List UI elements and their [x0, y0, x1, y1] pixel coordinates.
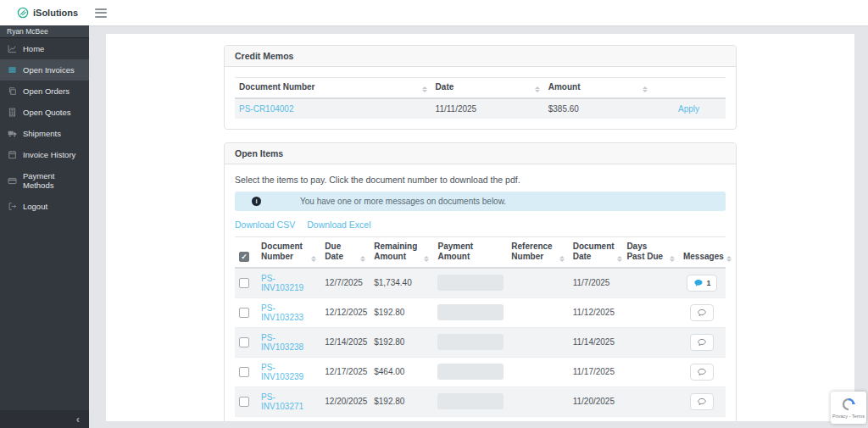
days-past-due	[622, 357, 679, 386]
column-header-document-number[interactable]: Document Number	[235, 78, 431, 98]
sidebar-item-invoice-history[interactable]: Invoice History	[0, 144, 89, 165]
sort-icon[interactable]	[559, 256, 565, 263]
remaining-amount: $1,734.40	[370, 268, 433, 298]
sidebar-user-name: Ryan McBee	[0, 25, 89, 38]
payment-amount-input[interactable]	[437, 275, 504, 291]
reference-number	[507, 357, 568, 386]
due-date: 12/12/2025	[320, 297, 370, 327]
payment-amount-input[interactable]	[437, 334, 504, 350]
document-date: 11/25/2025	[569, 416, 623, 421]
sort-icon[interactable]	[311, 256, 316, 263]
sidebar-item-logout[interactable]: Logout	[0, 196, 89, 217]
recaptcha-privacy-terms: Privacy - Terms	[832, 414, 865, 419]
row-checkbox[interactable]: ✓	[239, 278, 249, 288]
column-header-reference-number[interactable]: Reference Number	[507, 236, 568, 268]
payment-amount-input[interactable]	[437, 364, 504, 380]
column-header-messages[interactable]: Messages	[679, 236, 726, 268]
column-label: Reference Number	[511, 242, 556, 263]
messages-button[interactable]	[690, 334, 714, 351]
credit-memos-body: Document NumberDateAmount PS-CR104002 11…	[225, 67, 736, 129]
remaining-amount: $464.00	[370, 357, 433, 386]
row-checkbox[interactable]: ✓	[239, 367, 249, 377]
sidebar: Ryan McBee Home Open Invoices Open Order…	[0, 25, 89, 428]
sort-icon[interactable]	[424, 256, 429, 263]
row-checkbox[interactable]: ✓	[239, 308, 249, 318]
sort-icon[interactable]	[726, 256, 732, 263]
column-header-date[interactable]: Date	[431, 78, 544, 98]
sidebar-item-shipments[interactable]: Shipments	[0, 123, 89, 144]
sign-out-icon	[8, 202, 17, 211]
message-bubble-icon	[697, 308, 707, 318]
payment-amount-input[interactable]	[437, 304, 504, 320]
open-items-table: ✓Document NumberDue DateRemaining Amount…	[235, 236, 726, 422]
invoice-document-link[interactable]: PS-INV103239	[261, 363, 303, 381]
recaptcha-badge[interactable]: Privacy - Terms	[831, 392, 866, 424]
column-header-due-date[interactable]: Due Date	[320, 236, 370, 268]
sort-icon[interactable]	[360, 256, 365, 263]
collapse-sidebar-icon[interactable]: ‹	[76, 414, 80, 425]
sidebar-item-open-quotes[interactable]: Open Quotes	[0, 102, 89, 123]
brand-name: iSolutions	[33, 8, 78, 18]
sort-icon[interactable]	[617, 256, 622, 263]
truck-icon	[8, 129, 17, 138]
sidebar-item-label: Shipments	[23, 129, 61, 138]
sort-icon[interactable]	[670, 256, 675, 263]
column-header-days-past-due[interactable]: Days Past Due	[622, 236, 679, 268]
column-header-payment-amount: Payment Amount	[433, 236, 507, 268]
sort-icon[interactable]	[535, 86, 540, 93]
column-label: Document Number	[261, 242, 309, 263]
column-header-amount[interactable]: Amount	[544, 78, 652, 98]
credit-memos-table: Document NumberDateAmount PS-CR104002 11…	[235, 77, 726, 119]
sidebar-item-open-orders[interactable]: Open Orders	[0, 81, 89, 102]
open-item-row: ✓ PS-INV103239 12/17/2025 $464.00 11/17/…	[235, 357, 726, 386]
messages-button[interactable]	[690, 304, 714, 321]
download-csv-link[interactable]: Download CSV	[235, 220, 295, 230]
main-content: Credit Memos Document NumberDateAmount P…	[89, 25, 868, 428]
menu-toggle-icon[interactable]	[92, 5, 110, 21]
sort-icon[interactable]	[643, 86, 648, 93]
column-header-document-date[interactable]: Document Date	[569, 236, 623, 268]
invoice-document-link[interactable]: PS-INV103233	[261, 303, 303, 322]
column-header-remaining-amount[interactable]: Remaining Amount	[370, 236, 433, 268]
document-date: 11/14/2025	[569, 327, 623, 357]
column-header-document-number[interactable]: Document Number	[257, 236, 320, 268]
column-label: Days Past Due	[626, 242, 667, 263]
credit-memo-row: PS-CR104002 11/11/2025 $385.60 Apply	[235, 98, 726, 119]
sidebar-item-open-invoices[interactable]: Open Invoices	[0, 59, 89, 81]
sidebar-footer: ‹	[0, 410, 89, 428]
column-label: Payment Amount	[437, 242, 503, 263]
sidebar-item-label: Payment Methods	[23, 171, 81, 190]
payment-amount-input[interactable]	[437, 393, 504, 409]
invoice-document-link[interactable]: PS-INV103271	[261, 392, 303, 411]
credit-memo-document-link[interactable]: PS-CR104002	[239, 104, 293, 114]
copy-icon	[8, 86, 17, 96]
row-checkbox[interactable]: ✓	[239, 397, 249, 407]
message-bubble-icon	[697, 367, 707, 377]
sidebar-item-label: Open Quotes	[23, 108, 71, 117]
messages-button[interactable]	[690, 393, 714, 410]
row-checkbox[interactable]: ✓	[239, 337, 249, 347]
invoice-document-link[interactable]: PS-INV103219	[261, 274, 303, 292]
apply-link[interactable]: Apply	[678, 104, 699, 114]
column-label: Amount	[548, 82, 581, 93]
open-items-card: Open Items Select the items to pay. Clic…	[224, 142, 737, 422]
column-label: Document Date	[573, 242, 615, 263]
credit-memos-title: Credit Memos	[225, 46, 736, 67]
sort-icon[interactable]	[422, 86, 427, 93]
select-all-checkbox[interactable]: ✓	[239, 252, 249, 262]
days-past-due	[622, 416, 679, 421]
sidebar-item-label: Open Orders	[23, 86, 70, 96]
messages-button[interactable]: 1	[687, 275, 717, 292]
credit-memo-date: 11/11/2025	[431, 98, 544, 119]
sidebar-item-home[interactable]: Home	[0, 38, 89, 59]
sidebar-item-payment-methods[interactable]: Payment Methods	[0, 165, 89, 196]
invoice-document-link[interactable]: PS-INV103238	[261, 333, 303, 352]
message-count: 1	[706, 279, 710, 287]
open-item-row: ✓ PS-INV103283 12/25/2025 $192.80 11/25/…	[235, 416, 726, 421]
messages-button[interactable]	[690, 364, 714, 381]
column-label: Due Date	[325, 242, 358, 263]
download-excel-link[interactable]: Download Excel	[307, 220, 370, 230]
open-item-row: ✓ PS-INV103271 12/20/2025 $192.80 11/20/…	[235, 386, 726, 416]
days-past-due	[622, 327, 679, 357]
recaptcha-icon	[841, 397, 856, 412]
